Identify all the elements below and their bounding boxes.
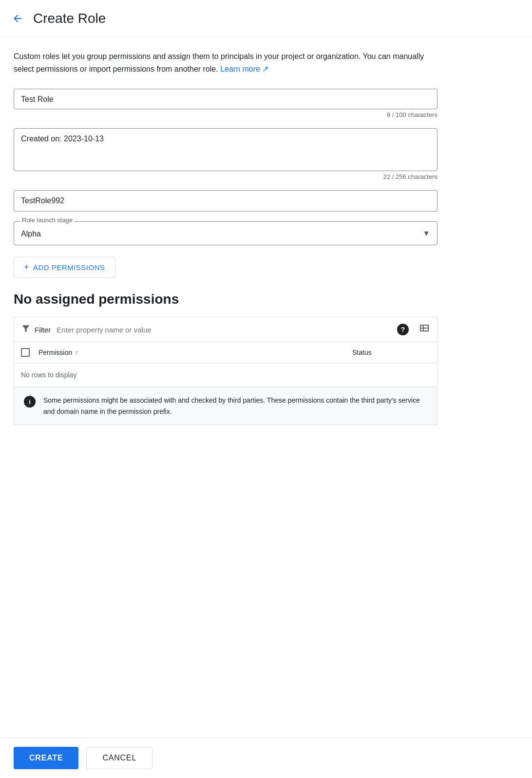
description-field-group: Created on: 2023-10-13 22 / 256 characte… (14, 128, 437, 180)
status-column-header: Status (352, 349, 430, 356)
learn-more-link[interactable]: Learn more ↗ (220, 65, 268, 73)
role-name-input[interactable] (21, 95, 430, 104)
columns-icon[interactable] (418, 322, 430, 337)
launch-stage-select[interactable]: Alpha Beta General Availability Disabled (14, 222, 437, 245)
footer: CREATE CANCEL (0, 738, 532, 778)
select-all-checkbox-cell (21, 348, 38, 357)
create-button[interactable]: CREATE (14, 747, 78, 769)
info-icon: i (24, 396, 36, 408)
select-all-checkbox[interactable] (21, 348, 30, 357)
launch-stage-label: Role launch stage (20, 216, 75, 224)
no-rows-message: No rows to display (14, 363, 437, 387)
info-box: i Some permissions might be associated w… (14, 387, 437, 425)
cancel-button[interactable]: CANCEL (86, 747, 152, 769)
add-permissions-button[interactable]: + ADD PERMISSIONS (14, 257, 115, 278)
filter-bar: Filter ? (14, 317, 437, 342)
info-text: Some permissions might be associated wit… (43, 395, 427, 417)
role-id-input[interactable] (21, 196, 430, 205)
permission-column-header: Permission ↑ (38, 349, 352, 356)
role-id-field (14, 190, 437, 212)
description-text: Custom roles let you group permissions a… (14, 50, 433, 75)
filter-actions: ? (397, 322, 430, 337)
role-name-field (14, 89, 437, 109)
permissions-table: Permission ↑ Status No rows to display (14, 342, 437, 387)
description-field: Created on: 2023-10-13 (14, 128, 437, 171)
sort-icon[interactable]: ↑ (75, 349, 78, 356)
external-link-icon: ↗ (262, 65, 268, 73)
role-id-field-group (14, 190, 437, 212)
role-name-field-group: 9 / 100 characters (14, 89, 437, 118)
plus-icon: + (24, 262, 29, 272)
permissions-section-title: No assigned permissions (14, 292, 518, 307)
back-button[interactable] (8, 9, 27, 28)
filter-label: Filter (35, 326, 51, 334)
page-title: Create Role (33, 11, 106, 26)
role-name-char-count: 9 / 100 characters (14, 111, 437, 118)
add-permissions-label: ADD PERMISSIONS (33, 263, 105, 272)
filter-icon (21, 324, 31, 336)
description-char-count: 22 / 256 characters (14, 173, 437, 180)
table-header: Permission ↑ Status (14, 342, 437, 363)
description-input[interactable]: Created on: 2023-10-13 (21, 135, 430, 164)
page-header: Create Role (0, 0, 532, 37)
help-icon[interactable]: ? (397, 324, 409, 335)
main-content: Custom roles let you group permissions a… (0, 37, 532, 484)
launch-stage-group: Role launch stage Alpha Beta General Ava… (14, 221, 437, 245)
back-icon (12, 13, 23, 24)
filter-input[interactable] (57, 326, 397, 334)
